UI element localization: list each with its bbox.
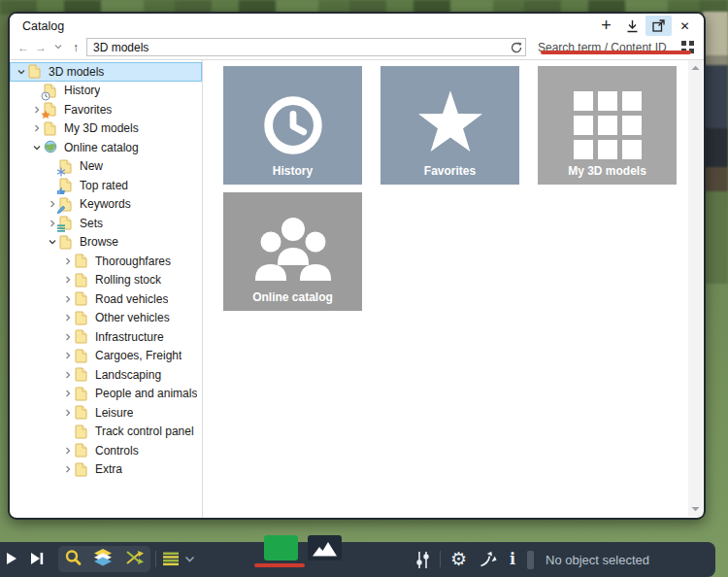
path-field <box>86 38 526 56</box>
tree-item-landscaping[interactable]: Landscaping <box>10 365 202 385</box>
expander-icon[interactable] <box>60 351 75 360</box>
chevron-down-icon <box>32 143 42 153</box>
object-list-button[interactable] <box>163 552 180 566</box>
add-button[interactable]: + <box>593 16 619 36</box>
tree-item-3d-models[interactable]: 3D models <box>10 62 202 82</box>
tile-history[interactable]: History <box>223 66 362 185</box>
catalog-tree: 3D modelsHistoryFavoritesMy 3D modelsOnl… <box>10 60 203 518</box>
info-button[interactable]: i <box>510 550 515 568</box>
switch-routes-button[interactable] <box>480 551 498 567</box>
globe-icon <box>44 140 59 154</box>
tree-item-label: Infrastructure <box>95 330 164 344</box>
toolbar-handle[interactable] <box>527 551 534 569</box>
expander-icon[interactable] <box>29 143 44 153</box>
skip-button[interactable] <box>30 552 44 565</box>
up-button[interactable]: ↑ <box>67 41 84 54</box>
expander-icon[interactable] <box>14 67 28 77</box>
expander-icon[interactable] <box>60 332 75 342</box>
tree-item-keywords[interactable]: Keywords <box>10 195 202 215</box>
tree-item-label: History <box>64 84 100 97</box>
main-toolbar: ⚙ i No object selected <box>0 542 715 577</box>
expander-icon[interactable] <box>60 370 75 380</box>
folder-icon <box>75 273 90 288</box>
tree-item-label: Rolling stock <box>95 273 161 287</box>
tree-item-new[interactable]: New <box>10 157 202 177</box>
tile-my-3d-models[interactable]: My 3D models <box>538 66 677 185</box>
tree-item-favorites[interactable]: Favorites <box>10 100 202 119</box>
tree-item-top-rated[interactable]: Top rated <box>10 176 202 195</box>
folder-tag-icon <box>59 197 75 212</box>
tree-item-track-control-panel[interactable]: Track control panel <box>10 423 202 442</box>
tree-item-infrastructure[interactable]: Infrastructure <box>10 327 202 347</box>
play-button[interactable] <box>6 552 17 565</box>
status-text: No object selected <box>546 542 649 577</box>
expander-icon[interactable] <box>60 389 75 398</box>
expander-icon[interactable] <box>60 446 75 456</box>
history-dropdown-button[interactable] <box>50 41 67 54</box>
list-badge-icon <box>56 222 66 232</box>
folder-icon <box>75 462 90 477</box>
expander-icon[interactable] <box>60 256 75 266</box>
scroll-down-arrow[interactable] <box>688 502 703 516</box>
tree-item-sets[interactable]: Sets <box>10 214 202 233</box>
tree-item-other-vehicles[interactable]: Other vehicles <box>10 309 202 328</box>
chevron-right-icon <box>63 351 73 360</box>
settings-button[interactable]: ⚙ <box>450 550 467 568</box>
tree-item-my-3d-models[interactable]: My 3D models <box>10 119 202 139</box>
forward-button[interactable]: → <box>32 41 50 54</box>
switch-icon <box>480 551 498 567</box>
tree-item-browse[interactable]: Browse <box>10 233 202 253</box>
tree-item-thoroughfares[interactable]: Thoroughfares <box>10 252 202 271</box>
tile-label: Online catalog <box>223 290 362 304</box>
path-input[interactable] <box>87 41 508 54</box>
catalog-button[interactable] <box>264 535 298 560</box>
folder-icon <box>44 121 59 136</box>
scroll-up-arrow[interactable] <box>688 61 703 75</box>
tree-item-people-and-animals[interactable]: People and animals <box>10 385 202 404</box>
clock-icon <box>255 87 331 163</box>
tree-item-rolling-stock[interactable]: Rolling stock <box>10 271 202 290</box>
chevron-right-icon <box>63 275 73 285</box>
expander-icon[interactable] <box>29 123 44 133</box>
expander-icon[interactable] <box>60 313 75 322</box>
window-title: Catalog <box>22 19 593 33</box>
terrain-view-button[interactable] <box>308 535 342 560</box>
list-dropdown-button[interactable] <box>184 556 195 563</box>
layers-button[interactable] <box>93 549 113 570</box>
expander-icon[interactable] <box>45 237 59 247</box>
expander-icon[interactable] <box>60 294 75 304</box>
tile-favorites[interactable]: Favorites <box>381 66 519 185</box>
tree-item-label: Landscaping <box>95 368 161 382</box>
tree-item-extra[interactable]: Extra <box>10 460 202 480</box>
new-badge-icon <box>56 166 66 176</box>
tree-item-road-vehicles[interactable]: Road vehicles <box>10 289 202 309</box>
tree-item-online-catalog[interactable]: Online catalog <box>10 138 202 157</box>
sliders-button[interactable] <box>415 551 430 569</box>
vertical-scrollbar[interactable] <box>688 60 703 517</box>
tree-item-leisure[interactable]: Leisure <box>10 403 202 423</box>
popout-button[interactable] <box>645 16 672 36</box>
refresh-button[interactable] <box>508 42 525 53</box>
mix-button[interactable] <box>125 550 145 569</box>
magnifier-button[interactable] <box>64 549 82 570</box>
list-icon <box>163 552 180 566</box>
close-button[interactable]: ✕ <box>672 16 698 36</box>
tree-item-controls[interactable]: Controls <box>10 441 202 460</box>
back-button[interactable]: ← <box>15 41 32 54</box>
chevron-right-icon <box>63 464 73 474</box>
folder-icon <box>75 405 90 420</box>
expander-icon[interactable] <box>60 408 75 418</box>
tree-item-history[interactable]: History <box>10 82 202 101</box>
clock-badge-icon <box>41 90 50 100</box>
download-button[interactable] <box>619 16 645 36</box>
expander-icon[interactable] <box>60 275 75 285</box>
tile-online-catalog[interactable]: Online catalog <box>223 192 362 311</box>
layers-icon <box>93 549 113 566</box>
tree-item-label: Controls <box>95 444 139 458</box>
tile-area: HistoryFavoritesMy 3D modelsOnline catal… <box>203 60 704 518</box>
expander-icon[interactable] <box>60 464 75 474</box>
folder-thumb-icon <box>59 178 75 192</box>
gear-icon: ⚙ <box>450 550 467 568</box>
tree-item-cargoes-freight[interactable]: Cargoes, Freight <box>10 347 202 366</box>
magnifier-icon <box>64 549 82 566</box>
